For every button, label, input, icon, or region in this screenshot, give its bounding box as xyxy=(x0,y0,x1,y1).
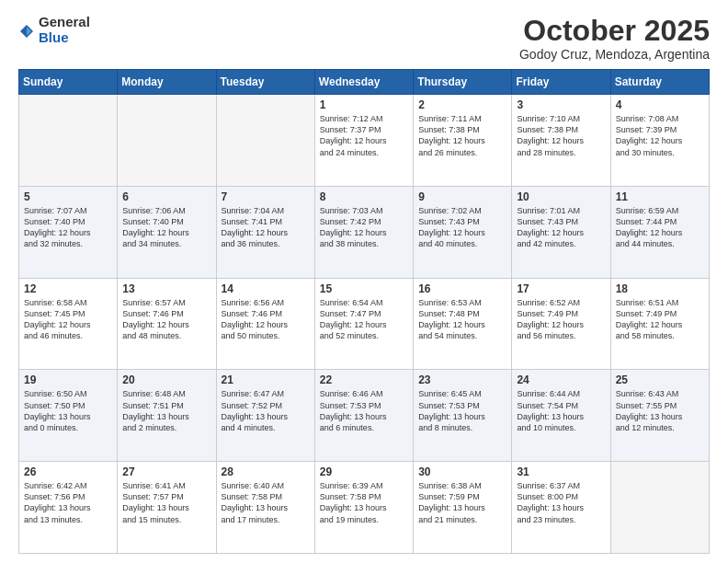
table-row: 6Sunrise: 7:06 AM Sunset: 7:40 PM Daylig… xyxy=(118,186,216,278)
table-row: 16Sunrise: 6:53 AM Sunset: 7:48 PM Dayli… xyxy=(414,278,512,370)
col-monday: Monday xyxy=(118,70,216,95)
day-info: Sunrise: 6:37 AM Sunset: 8:00 PM Dayligh… xyxy=(517,480,605,525)
day-info: Sunrise: 6:56 AM Sunset: 7:46 PM Dayligh… xyxy=(222,297,310,342)
table-row: 26Sunrise: 6:42 AM Sunset: 7:56 PM Dayli… xyxy=(19,462,118,554)
day-info: Sunrise: 7:03 AM Sunset: 7:42 PM Dayligh… xyxy=(320,205,408,250)
day-info: Sunrise: 6:54 AM Sunset: 7:47 PM Dayligh… xyxy=(320,297,408,342)
day-number: 15 xyxy=(320,282,408,295)
day-number: 10 xyxy=(517,190,605,203)
table-row: 7Sunrise: 7:04 AM Sunset: 7:41 PM Daylig… xyxy=(216,186,314,278)
day-number: 5 xyxy=(24,190,112,203)
day-info: Sunrise: 6:52 AM Sunset: 7:49 PM Dayligh… xyxy=(517,297,605,342)
day-info: Sunrise: 6:44 AM Sunset: 7:54 PM Dayligh… xyxy=(517,388,605,433)
day-info: Sunrise: 7:06 AM Sunset: 7:40 PM Dayligh… xyxy=(122,205,210,250)
day-number: 23 xyxy=(418,373,506,386)
table-row: 14Sunrise: 6:56 AM Sunset: 7:46 PM Dayli… xyxy=(216,278,314,370)
day-number: 6 xyxy=(122,190,210,203)
logo: General Blue xyxy=(18,15,90,45)
table-row: 10Sunrise: 7:01 AM Sunset: 7:43 PM Dayli… xyxy=(512,186,610,278)
table-row: 24Sunrise: 6:44 AM Sunset: 7:54 PM Dayli… xyxy=(512,370,610,462)
day-number: 21 xyxy=(222,373,310,386)
day-number: 27 xyxy=(122,465,210,478)
table-row: 2Sunrise: 7:11 AM Sunset: 7:38 PM Daylig… xyxy=(414,95,512,187)
col-tuesday: Tuesday xyxy=(216,70,314,95)
day-number: 24 xyxy=(517,373,605,386)
calendar-week-row: 26Sunrise: 6:42 AM Sunset: 7:56 PM Dayli… xyxy=(19,462,710,554)
day-number: 31 xyxy=(517,465,605,478)
title-block: October 2025 Godoy Cruz, Mendoza, Argent… xyxy=(519,15,710,62)
table-row: 13Sunrise: 6:57 AM Sunset: 7:46 PM Dayli… xyxy=(118,278,216,370)
table-row: 27Sunrise: 6:41 AM Sunset: 7:57 PM Dayli… xyxy=(118,462,216,554)
day-info: Sunrise: 7:10 AM Sunset: 7:38 PM Dayligh… xyxy=(517,113,605,158)
header: General Blue October 2025 Godoy Cruz, Me… xyxy=(18,15,710,62)
table-row: 17Sunrise: 6:52 AM Sunset: 7:49 PM Dayli… xyxy=(512,278,610,370)
table-row: 25Sunrise: 6:43 AM Sunset: 7:55 PM Dayli… xyxy=(610,370,709,462)
day-info: Sunrise: 6:39 AM Sunset: 7:58 PM Dayligh… xyxy=(320,480,408,525)
table-row: 28Sunrise: 6:40 AM Sunset: 7:58 PM Dayli… xyxy=(216,462,314,554)
table-row: 12Sunrise: 6:58 AM Sunset: 7:45 PM Dayli… xyxy=(19,278,118,370)
day-number: 1 xyxy=(320,98,408,111)
calendar-header-row: Sunday Monday Tuesday Wednesday Thursday… xyxy=(19,70,710,95)
day-number: 14 xyxy=(222,282,310,295)
table-row: 21Sunrise: 6:47 AM Sunset: 7:52 PM Dayli… xyxy=(216,370,314,462)
day-info: Sunrise: 7:02 AM Sunset: 7:43 PM Dayligh… xyxy=(418,205,506,250)
calendar-week-row: 12Sunrise: 6:58 AM Sunset: 7:45 PM Dayli… xyxy=(19,278,710,370)
table-row xyxy=(118,95,216,187)
table-row: 31Sunrise: 6:37 AM Sunset: 8:00 PM Dayli… xyxy=(512,462,610,554)
day-info: Sunrise: 6:50 AM Sunset: 7:50 PM Dayligh… xyxy=(24,388,112,433)
day-number: 20 xyxy=(122,373,210,386)
day-info: Sunrise: 6:38 AM Sunset: 7:59 PM Dayligh… xyxy=(418,480,506,525)
calendar-week-row: 1Sunrise: 7:12 AM Sunset: 7:37 PM Daylig… xyxy=(19,95,710,187)
col-friday: Friday xyxy=(512,70,610,95)
day-number: 18 xyxy=(616,282,704,295)
table-row xyxy=(19,95,118,187)
day-number: 9 xyxy=(418,190,506,203)
day-number: 8 xyxy=(320,190,408,203)
day-info: Sunrise: 7:08 AM Sunset: 7:39 PM Dayligh… xyxy=(616,113,704,158)
calendar-week-row: 5Sunrise: 7:07 AM Sunset: 7:40 PM Daylig… xyxy=(19,186,710,278)
table-row: 8Sunrise: 7:03 AM Sunset: 7:42 PM Daylig… xyxy=(314,186,413,278)
day-info: Sunrise: 6:48 AM Sunset: 7:51 PM Dayligh… xyxy=(122,388,210,433)
table-row: 29Sunrise: 6:39 AM Sunset: 7:58 PM Dayli… xyxy=(314,462,413,554)
table-row: 30Sunrise: 6:38 AM Sunset: 7:59 PM Dayli… xyxy=(414,462,512,554)
day-info: Sunrise: 6:47 AM Sunset: 7:52 PM Dayligh… xyxy=(222,388,310,433)
day-number: 29 xyxy=(320,465,408,478)
table-row: 3Sunrise: 7:10 AM Sunset: 7:38 PM Daylig… xyxy=(512,95,610,187)
day-number: 26 xyxy=(24,465,112,478)
day-info: Sunrise: 7:01 AM Sunset: 7:43 PM Dayligh… xyxy=(517,205,605,250)
logo-general: General xyxy=(39,15,90,30)
day-number: 19 xyxy=(24,373,112,386)
day-info: Sunrise: 6:57 AM Sunset: 7:46 PM Dayligh… xyxy=(122,297,210,342)
col-sunday: Sunday xyxy=(19,70,118,95)
day-info: Sunrise: 6:45 AM Sunset: 7:53 PM Dayligh… xyxy=(418,388,506,433)
day-number: 17 xyxy=(517,282,605,295)
day-info: Sunrise: 6:40 AM Sunset: 7:58 PM Dayligh… xyxy=(222,480,310,525)
logo-icon xyxy=(18,23,35,40)
day-number: 16 xyxy=(418,282,506,295)
table-row: 1Sunrise: 7:12 AM Sunset: 7:37 PM Daylig… xyxy=(314,95,413,187)
day-info: Sunrise: 6:59 AM Sunset: 7:44 PM Dayligh… xyxy=(616,205,704,250)
table-row: 15Sunrise: 6:54 AM Sunset: 7:47 PM Dayli… xyxy=(314,278,413,370)
day-number: 25 xyxy=(616,373,704,386)
table-row: 4Sunrise: 7:08 AM Sunset: 7:39 PM Daylig… xyxy=(610,95,709,187)
table-row: 5Sunrise: 7:07 AM Sunset: 7:40 PM Daylig… xyxy=(19,186,118,278)
table-row: 18Sunrise: 6:51 AM Sunset: 7:49 PM Dayli… xyxy=(610,278,709,370)
col-wednesday: Wednesday xyxy=(314,70,413,95)
day-number: 12 xyxy=(24,282,112,295)
day-info: Sunrise: 7:04 AM Sunset: 7:41 PM Dayligh… xyxy=(222,205,310,250)
table-row: 22Sunrise: 6:46 AM Sunset: 7:53 PM Dayli… xyxy=(314,370,413,462)
calendar-table: Sunday Monday Tuesday Wednesday Thursday… xyxy=(18,69,710,554)
day-info: Sunrise: 6:41 AM Sunset: 7:57 PM Dayligh… xyxy=(122,480,210,525)
table-row: 11Sunrise: 6:59 AM Sunset: 7:44 PM Dayli… xyxy=(610,186,709,278)
day-number: 22 xyxy=(320,373,408,386)
calendar-subtitle: Godoy Cruz, Mendoza, Argentina xyxy=(519,47,710,62)
table-row xyxy=(216,95,314,187)
logo-blue: Blue xyxy=(39,30,90,46)
day-number: 28 xyxy=(222,465,310,478)
day-info: Sunrise: 6:58 AM Sunset: 7:45 PM Dayligh… xyxy=(24,297,112,342)
day-info: Sunrise: 6:46 AM Sunset: 7:53 PM Dayligh… xyxy=(320,388,408,433)
day-number: 4 xyxy=(616,98,704,111)
calendar-week-row: 19Sunrise: 6:50 AM Sunset: 7:50 PM Dayli… xyxy=(19,370,710,462)
table-row: 23Sunrise: 6:45 AM Sunset: 7:53 PM Dayli… xyxy=(414,370,512,462)
day-info: Sunrise: 7:11 AM Sunset: 7:38 PM Dayligh… xyxy=(418,113,506,158)
